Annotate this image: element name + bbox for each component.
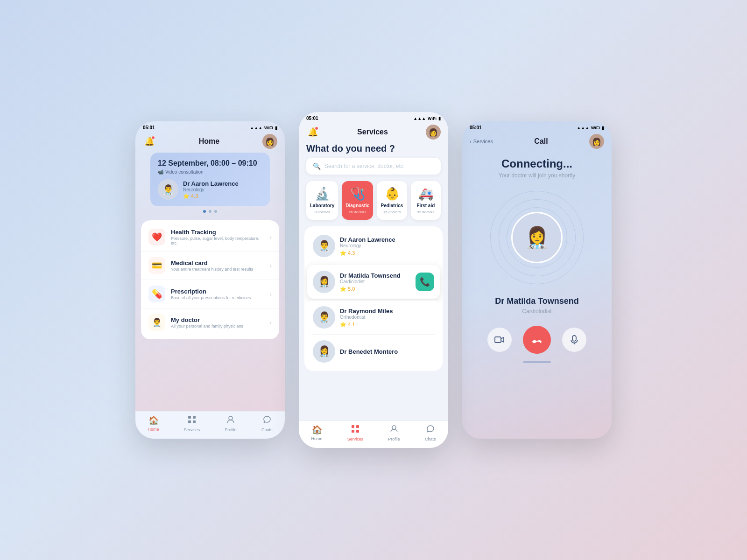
battery-icon-c: ▮ — [438, 116, 441, 121]
wifi-icon-r: WiFi — [591, 126, 600, 130]
svg-rect-7 — [352, 430, 354, 433]
appointment-doctor-avatar: 👨‍⚕️ — [158, 179, 178, 200]
menu-item-prescription[interactable]: 💊 Prescription Base of all your prescrip… — [141, 280, 279, 308]
mydoctor-icon: 👨‍⚕️ — [148, 314, 165, 331]
firstaid-icon: 🚑 — [418, 187, 433, 201]
doctor-card-aaron[interactable]: 👨‍⚕️ Dr Aaron Lawrence Neurology ⭐ 4.3 — [307, 229, 440, 263]
prescription-icon: 💊 — [148, 286, 165, 302]
phone-services: 05:01 ▲▲▲ WiFi ▮ 🔔 Services 👩 What do yo… — [299, 112, 448, 448]
medical-desc: Your entire treatment history and test r… — [171, 267, 264, 272]
chevron-left-icon: ‹ — [470, 139, 472, 144]
doctor-card-benedet[interactable]: 👩‍⚕️ Dr Benedet Montero — [307, 335, 440, 368]
signal-icon-r: ▲▲▲ — [577, 126, 589, 130]
svg-point-4 — [229, 416, 233, 420]
chats-nav-label-left: Chats — [261, 427, 273, 432]
microphone-control-button[interactable] — [562, 328, 586, 352]
svg-rect-2 — [188, 420, 191, 423]
nav-chats-left[interactable]: Chats — [261, 415, 273, 432]
doctor-spec-aaron: Neurology — [340, 243, 434, 248]
service-card-laboratory[interactable]: 🔬 Laboratory 8 doctors — [306, 181, 338, 220]
doctor-avatar-matilda: 👩‍⚕️ — [313, 271, 335, 293]
doctor-spec-raymond: Orthodontist — [340, 315, 434, 320]
doctor-card-raymond[interactable]: 👨‍⚕️ Dr Raymond Miles Orthodontist ⭐ 4.1 — [307, 301, 440, 335]
appointment-doctor-specialty: Neurology — [183, 187, 239, 192]
doctors-list: 👨‍⚕️ Dr Aaron Lawrence Neurology ⭐ 4.3 👩… — [304, 226, 443, 371]
doctor-rating-raymond: ⭐ 4.1 — [340, 322, 434, 328]
services-nav-icon-c — [351, 425, 359, 435]
appointment-doctor-name: Dr Aaron Lawrence — [183, 180, 239, 187]
back-label: Services — [473, 139, 493, 144]
camera-icon: 📹 — [158, 169, 163, 175]
nav-home[interactable]: 🏠 Home — [148, 415, 159, 432]
firstaid-name: First aid — [416, 203, 435, 208]
search-placeholder: Search for a service, doctor, etc. — [324, 163, 405, 169]
appointment-card[interactable]: 12 September, 08:00 – 09:10 📹 Video cons… — [150, 153, 270, 206]
user-avatar-home[interactable]: 👩 — [262, 134, 277, 149]
home-bottom-nav: 🏠 Home Services Profile Chats — [135, 411, 285, 439]
wifi-icon-c: WiFi — [428, 116, 437, 121]
service-categories: 🔬 Laboratory 8 doctors 🩺 Diagnostic 26 d… — [299, 181, 448, 220]
home-nav-icon-c: 🏠 — [312, 425, 322, 435]
svg-rect-11 — [572, 336, 576, 341]
pediatrics-count: 15 doctors — [383, 210, 401, 214]
service-card-diagnostic[interactable]: 🩺 Diagnostic 26 doctors — [342, 181, 373, 220]
end-call-button[interactable] — [523, 326, 551, 354]
chevron-prescription: › — [269, 290, 272, 298]
doctor-info-benedet: Dr Benedet Montero — [340, 348, 434, 355]
menu-item-health[interactable]: ❤️ Health Tracking Pressure, pulse, suga… — [141, 223, 279, 252]
service-card-pediatrics[interactable]: 👶 Pediatrics 15 doctors — [377, 181, 407, 220]
signal-icon-c: ▲▲▲ — [413, 116, 426, 121]
doctor-rating-matilda: ⭐ 5.0 — [340, 286, 411, 292]
home-nav-label-c: Home — [311, 436, 323, 441]
appointment-date: 12 September, 08:00 – 09:10 — [158, 159, 262, 168]
appointment-doctor-row: 👨‍⚕️ Dr Aaron Lawrence Neurology ⭐ 4.3 — [158, 179, 262, 200]
laboratory-name: Laboratory — [310, 203, 334, 208]
nav-services-center[interactable]: Services — [347, 425, 364, 441]
search-icon: 🔍 — [313, 162, 321, 170]
chevron-mydoctor: › — [269, 319, 272, 326]
nav-services-left[interactable]: Services — [184, 415, 200, 432]
user-avatar-services[interactable]: 👩 — [426, 125, 441, 140]
service-card-firstaid[interactable]: 🚑 First aid 32 doctors — [411, 181, 441, 220]
prescription-title: Prescription — [171, 288, 264, 295]
search-bar[interactable]: 🔍 Search for a service, doctor, etc. — [306, 158, 441, 175]
nav-profile-center[interactable]: Profile — [388, 425, 400, 441]
menu-item-mydoctor[interactable]: 👨‍⚕️ My doctor All your personal and fam… — [141, 308, 279, 336]
notification-bell-center[interactable]: 🔔 — [306, 126, 319, 139]
back-button[interactable]: ‹ Services — [470, 139, 493, 144]
nav-chats-center[interactable]: Chats — [425, 425, 436, 441]
prescription-desc: Base of all your prescriptions for medic… — [171, 295, 264, 300]
doctor-info-aaron: Dr Aaron Lawrence Neurology ⭐ 4.3 — [340, 236, 434, 256]
status-bar-center: 05:01 ▲▲▲ WiFi ▮ — [299, 112, 448, 123]
nav-home-center[interactable]: 🏠 Home — [311, 425, 323, 441]
nav-profile-left[interactable]: Profile — [225, 415, 237, 432]
diagnostic-icon: 🩺 — [350, 187, 365, 201]
laboratory-icon: 🔬 — [315, 187, 330, 201]
video-control-button[interactable] — [487, 328, 512, 352]
svg-rect-10 — [495, 337, 501, 343]
call-header: ‹ Services Call 👩 — [462, 132, 612, 153]
menu-item-medical[interactable]: 💳 Medical card Your entire treatment his… — [141, 252, 279, 280]
status-time-left: 05:01 — [143, 125, 155, 130]
home-indicator-bar — [523, 361, 551, 363]
home-indicator-right — [462, 361, 612, 369]
home-nav-label: Home — [148, 427, 159, 432]
services-bottom-nav: 🏠 Home Services Profile Chats — [299, 420, 448, 448]
health-desc: Pressure, pulse, sugar level, body tempe… — [171, 236, 264, 245]
doctor-card-matilda[interactable]: 👩‍⚕️ Dr Matilda Townsend Cardiolodist ⭐ … — [307, 265, 440, 299]
doctor-name-benedet: Dr Benedet Montero — [340, 348, 434, 355]
user-avatar-call[interactable]: 👩 — [589, 134, 604, 149]
doctor-info-raymond: Dr Raymond Miles Orthodontist ⭐ 4.1 — [340, 308, 434, 328]
services-nav-icon-left — [188, 415, 196, 426]
call-doctor-specialty: Cardiolodist — [462, 308, 612, 315]
notification-bell[interactable]: 🔔 — [143, 135, 156, 148]
doctor-avatar-benedet: 👩‍⚕️ — [313, 340, 335, 363]
profile-nav-label-c: Profile — [388, 437, 400, 441]
svg-rect-8 — [356, 430, 359, 433]
profile-nav-icon-left — [226, 415, 235, 426]
notification-dot — [151, 136, 155, 140]
medical-icon: 💳 — [148, 257, 165, 274]
doctor-name-raymond: Dr Raymond Miles — [340, 308, 434, 315]
doctor-rating-aaron: ⭐ 4.3 — [340, 250, 434, 256]
call-button-matilda[interactable]: 📞 — [416, 273, 434, 291]
